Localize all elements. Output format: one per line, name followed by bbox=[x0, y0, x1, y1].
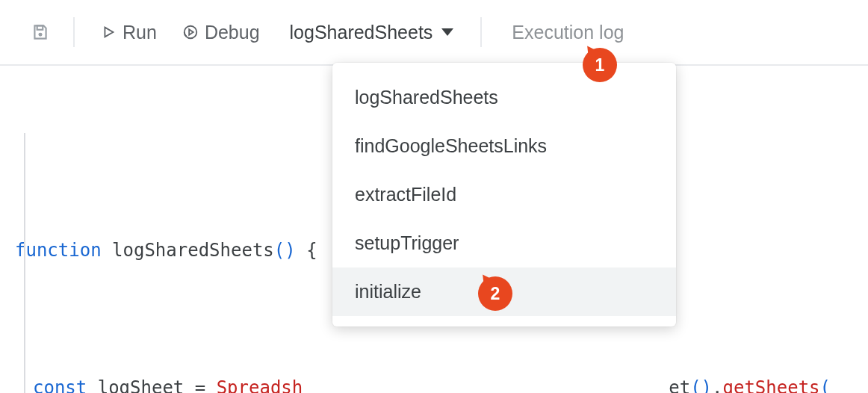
dropdown-item-findgooglesheetslinks[interactable]: findGoogleSheetsLinks bbox=[332, 122, 676, 170]
dropdown-item-logsharedsheets[interactable]: logSharedSheets bbox=[332, 73, 676, 122]
dropdown-item-extractfileid[interactable]: extractFileId bbox=[332, 170, 676, 219]
toolbar-divider bbox=[73, 17, 75, 47]
execution-log-button[interactable]: Execution log bbox=[501, 14, 634, 51]
function-selector[interactable]: logSharedSheets bbox=[278, 14, 466, 51]
execution-log-label: Execution log bbox=[512, 22, 624, 43]
debug-label: Debug bbox=[205, 22, 260, 43]
toolbar-divider bbox=[480, 17, 482, 47]
play-icon bbox=[100, 24, 117, 40]
code-line: const logSheet = Spreadshet().getSheets( bbox=[15, 371, 868, 393]
annotation-callout-1: 1 bbox=[583, 48, 617, 82]
svg-rect-0 bbox=[37, 25, 43, 29]
annotation-callout-2: 2 bbox=[478, 276, 512, 311]
chevron-down-icon bbox=[441, 28, 453, 36]
run-label: Run bbox=[123, 22, 157, 43]
indent-guide bbox=[24, 133, 25, 393]
run-button[interactable]: Run bbox=[90, 14, 167, 51]
toolbar: Run Debug logSharedSheets Execution log bbox=[0, 0, 868, 66]
dropdown-item-setuptrigger[interactable]: setupTrigger bbox=[332, 219, 676, 267]
function-selector-label: logSharedSheets bbox=[290, 22, 433, 43]
save-icon bbox=[31, 22, 50, 42]
debug-button[interactable]: Debug bbox=[172, 14, 270, 51]
save-button[interactable] bbox=[22, 14, 58, 50]
debug-icon bbox=[182, 24, 199, 40]
svg-point-1 bbox=[39, 33, 43, 37]
